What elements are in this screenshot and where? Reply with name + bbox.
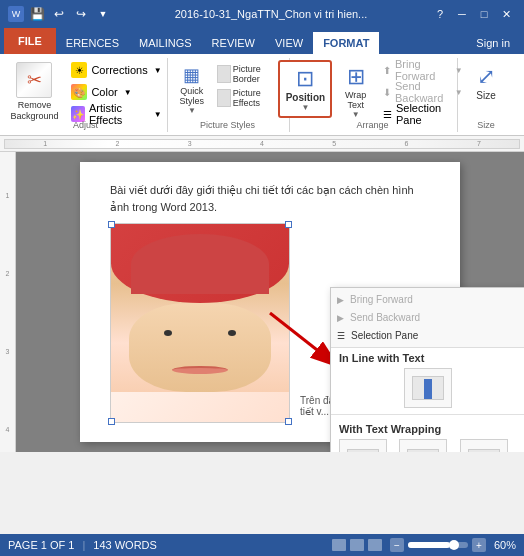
ribbon: Remove Background ☀ Corrections ▼ 🎨 Colo… <box>0 54 524 136</box>
dropdown-top-bar: ▶ Bring Forward ▶ Send Backward ☰ Select… <box>331 288 524 348</box>
bring-forward-menu-label: Bring Forward <box>350 294 413 305</box>
bring-forward-menu-item[interactable]: ▶ Bring Forward <box>337 292 413 307</box>
pos-tr-item[interactable] <box>460 439 508 452</box>
pos-tc-item[interactable] <box>399 439 447 452</box>
pos-tr-icon <box>468 449 500 452</box>
help-btn[interactable]: ? <box>430 5 450 23</box>
ribbon-tabs: FILE ERENCES MAILINGS REVIEW VIEW FORMAT… <box>0 28 524 54</box>
size-button[interactable]: ⤢ Size <box>464 60 508 105</box>
inline-position-item[interactable] <box>404 368 452 408</box>
arrange-group-content: ⊡ Position ▼ ⊞ Wrap Text ▼ ⬆ Bring Forwa… <box>278 60 466 124</box>
document-area: 1 2 3 4 Bài viết dưới đây giới thiệu chi… <box>0 152 524 452</box>
bring-forward-button[interactable]: ⬆ Bring Forward ▼ <box>379 60 467 80</box>
doc-image[interactable] <box>110 223 290 423</box>
tab-file[interactable]: FILE <box>4 28 56 54</box>
vruler-mark: 3 <box>0 348 15 355</box>
maximize-btn[interactable]: □ <box>474 5 494 23</box>
position-button[interactable]: ⊡ Position ▼ <box>278 60 332 118</box>
send-backward-label: Send Backward <box>395 80 451 104</box>
sb-chevron-icon: ▶ <box>337 313 344 323</box>
zoom-controls: − + 60% <box>390 538 516 552</box>
tab-format[interactable]: FORMAT <box>313 32 379 54</box>
view-read-btn[interactable] <box>368 539 382 551</box>
baby-face-area <box>129 303 271 392</box>
wrapping-section: With Text Wrapping <box>331 419 524 452</box>
sign-in-btn[interactable]: Sign in <box>466 32 520 54</box>
remove-background-button[interactable]: Remove Background <box>5 60 63 124</box>
vertical-ruler: 1 2 3 4 <box>0 152 16 452</box>
inline-img-center <box>424 379 432 399</box>
title-bar: W 💾 ↩ ↪ ▼ 2016-10-31_NgaTTN_Chon vi tri … <box>0 0 524 28</box>
zoom-bar[interactable] <box>408 542 468 548</box>
corrections-button[interactable]: ☀ Corrections ▼ <box>67 60 165 80</box>
corrections-dropdown-icon: ▼ <box>154 66 162 75</box>
send-backward-menu-item[interactable]: ▶ Send Backward <box>337 310 420 325</box>
ps-row2: Picture Effects ▼ <box>217 88 284 108</box>
arrange-group: ⊡ Position ▼ ⊞ Wrap Text ▼ ⬆ Bring Forwa… <box>292 58 458 132</box>
sp-icon: ☰ <box>337 331 345 341</box>
ruler-mark: 5 <box>332 140 336 147</box>
artistic-dropdown-icon: ▼ <box>154 110 162 119</box>
size-label: Size <box>476 90 495 101</box>
handle-bl[interactable] <box>108 418 115 425</box>
status-divider1: | <box>82 539 85 551</box>
ruler-mark: 2 <box>115 140 119 147</box>
doc-text: Bài viết dưới đây giới thiệu chi tiết tớ… <box>110 182 430 215</box>
page-status: PAGE 1 OF 1 <box>8 539 74 551</box>
save-quick-btn[interactable]: 💾 <box>28 5 46 23</box>
baby-eye-left <box>164 330 172 336</box>
adjust-small-buttons: ☀ Corrections ▼ 🎨 Color ▼ ✨ Artistic Eff… <box>67 60 165 124</box>
status-bar: PAGE 1 OF 1 | 143 WORDS − + 60% <box>0 534 524 556</box>
zoom-thumb[interactable] <box>449 540 459 550</box>
view-web-btn[interactable] <box>350 539 364 551</box>
document-title: 2016-10-31_NgaTTN_Chon vi tri hien... <box>112 8 430 20</box>
title-bar-icons: W 💾 ↩ ↪ ▼ <box>8 5 112 23</box>
wrap-text-dropdown: ▼ <box>352 110 360 119</box>
status-right: − + 60% <box>332 538 516 552</box>
quick-styles-icon: ▦ <box>183 64 200 86</box>
bring-forward-icon: ⬆ <box>383 65 391 76</box>
customize-qa-btn[interactable]: ▼ <box>94 5 112 23</box>
pos-tl-item[interactable] <box>339 439 387 452</box>
view-print-btn[interactable] <box>332 539 346 551</box>
tab-mailings[interactable]: MAILINGS <box>129 32 202 54</box>
close-btn[interactable]: ✕ <box>496 5 516 23</box>
handle-tr[interactable] <box>285 221 292 228</box>
handle-br[interactable] <box>285 418 292 425</box>
adjust-label: Adjust <box>6 120 165 130</box>
picture-border-btn[interactable] <box>217 65 231 83</box>
vruler-marks: 1 2 3 4 <box>0 152 15 452</box>
selection-pane-menu-item[interactable]: ☰ Selection Pane <box>337 328 418 343</box>
ruler-mark: 1 <box>43 140 47 147</box>
ruler-content: 1 2 3 4 5 6 7 <box>4 139 520 149</box>
quick-styles-dropdown: ▼ <box>188 106 196 115</box>
quick-styles-button[interactable]: ▦ Quick Styles ▼ <box>171 60 214 119</box>
zoom-in-btn[interactable]: + <box>472 538 486 552</box>
handle-tl[interactable] <box>108 221 115 228</box>
position-dropdown-arrow: ▼ <box>301 103 309 112</box>
size-group-label: Size <box>458 120 514 130</box>
redo-quick-btn[interactable]: ↪ <box>72 5 90 23</box>
tab-view[interactable]: VIEW <box>265 32 313 54</box>
size-icon: ⤢ <box>477 64 495 90</box>
picture-border-label: Picture Border <box>233 64 275 84</box>
picture-effects-label: Picture Effects <box>233 88 275 108</box>
picture-effects-btn[interactable] <box>217 89 231 107</box>
wrap-text-button[interactable]: ⊞ Wrap Text ▼ <box>336 60 375 123</box>
pos-tl-icon <box>347 449 379 452</box>
wrap-text-label: Wrap Text <box>340 90 371 110</box>
tab-review[interactable]: REVIEW <box>202 32 265 54</box>
color-dropdown-icon: ▼ <box>124 88 132 97</box>
color-button[interactable]: 🎨 Color ▼ <box>67 82 165 102</box>
minimize-btn[interactable]: ─ <box>452 5 472 23</box>
tab-references[interactable]: ERENCES <box>56 32 129 54</box>
zoom-out-btn[interactable]: − <box>390 538 404 552</box>
corrections-label: Corrections <box>91 64 147 76</box>
arrange-label: Arrange <box>290 120 455 130</box>
picture-styles-group: ▦ Quick Styles ▼ Picture Border ▼ Pictur… <box>170 58 290 132</box>
send-backward-button[interactable]: ⬇ Send Backward ▼ <box>379 82 467 102</box>
undo-quick-btn[interactable]: ↩ <box>50 5 68 23</box>
corrections-icon: ☀ <box>71 62 87 78</box>
inline-item-row <box>339 368 517 408</box>
baby-eye-right <box>228 330 236 336</box>
